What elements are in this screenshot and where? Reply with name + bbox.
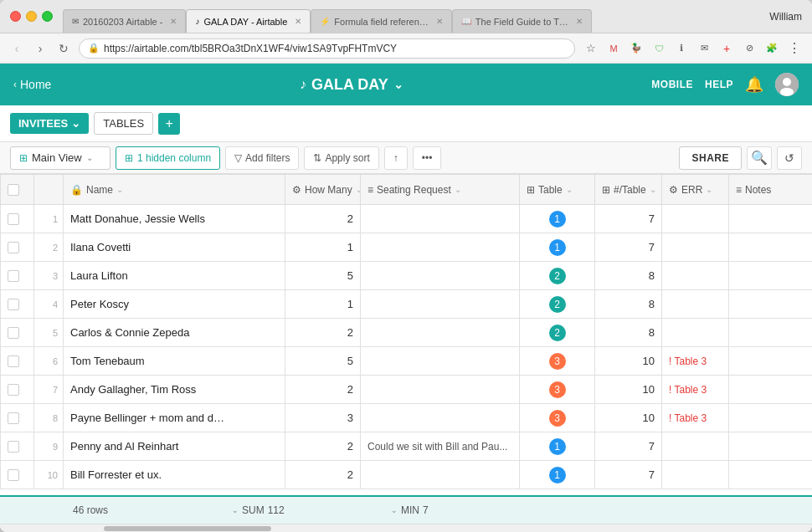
th-name[interactable]: 🔒 Name ⌄: [64, 175, 285, 205]
apply-sort-button[interactable]: ⇅ Apply sort: [304, 146, 378, 170]
tab-2-close[interactable]: ✕: [295, 17, 301, 26]
table-sort-icon[interactable]: ⌄: [566, 185, 573, 194]
table-row[interactable]: 7 Andy Gallagher, Tim Ross 2 3 10 ! Tabl…: [1, 376, 813, 404]
cell-name[interactable]: Laura Lifton: [64, 262, 285, 290]
tab-3[interactable]: ⚡ Formula field referen… ✕: [311, 9, 452, 33]
row-checkbox[interactable]: [8, 213, 19, 225]
cell-howmany[interactable]: 1: [285, 290, 361, 319]
cell-table[interactable]: 2: [520, 290, 595, 319]
cell-seating[interactable]: [361, 376, 520, 404]
maximize-button[interactable]: [42, 11, 53, 22]
cell-checkbox[interactable]: [1, 233, 34, 262]
more-options-button[interactable]: •••: [413, 146, 442, 170]
export-button[interactable]: ↑: [384, 146, 408, 170]
cell-hashtable[interactable]: 10: [595, 404, 662, 432]
cell-notes[interactable]: [729, 461, 813, 489]
tab-4[interactable]: 📖 The Field Guide to T… ✕: [452, 9, 592, 33]
gmail-icon[interactable]: M: [604, 39, 623, 58]
cell-checkbox[interactable]: [1, 262, 34, 290]
notification-bell-icon[interactable]: 🔔: [745, 75, 763, 94]
cell-notes[interactable]: [729, 205, 813, 233]
cell-name[interactable]: Carlos & Connie Zepeda: [64, 319, 285, 347]
table-row[interactable]: 2 Ilana Covetti 1 1 7: [1, 233, 813, 262]
th-hashtable[interactable]: ⊞ #/Table ⌄: [595, 175, 662, 205]
cell-hashtable[interactable]: 10: [595, 347, 662, 376]
table-scroll[interactable]: 🔒 Name ⌄ ⚙ How Many ⌄: [0, 174, 812, 495]
cell-seating[interactable]: [361, 205, 520, 233]
cell-notes[interactable]: [729, 347, 813, 376]
add-filters-button[interactable]: ▽ Add filters: [225, 146, 299, 170]
url-bar[interactable]: 🔒 https://airtable.com/tbl5BROa3tDnX1WF4…: [79, 38, 575, 59]
tab-1[interactable]: ✉ 20160203 Airtable - ✕: [63, 9, 186, 33]
cell-name[interactable]: Andy Gallagher, Tim Ross: [64, 376, 285, 404]
cell-checkbox[interactable]: [1, 432, 34, 461]
plus2-icon[interactable]: +: [717, 39, 736, 58]
cell-name[interactable]: Payne Bellinger + mom and d…: [64, 404, 285, 432]
cell-table[interactable]: 3: [520, 376, 595, 404]
row-checkbox[interactable]: [8, 299, 19, 310]
cell-hashtable[interactable]: 8: [595, 262, 662, 290]
tables-button[interactable]: TABLES: [94, 112, 153, 135]
cell-err[interactable]: ! Table 3: [662, 347, 729, 376]
cell-err[interactable]: ! Table 3: [662, 404, 729, 432]
cell-checkbox[interactable]: [1, 404, 34, 432]
cell-err[interactable]: [662, 290, 729, 319]
cell-howmany[interactable]: 2: [285, 432, 361, 461]
cell-err[interactable]: [662, 233, 729, 262]
cell-howmany[interactable]: 2: [285, 376, 361, 404]
row-checkbox[interactable]: [8, 469, 19, 481]
cell-hashtable[interactable]: 7: [595, 205, 662, 233]
table-row[interactable]: 8 Payne Bellinger + mom and d… 3 3 10 ! …: [1, 404, 813, 432]
cell-seating[interactable]: [361, 461, 520, 489]
th-err[interactable]: ⚙ ERR ⌄: [662, 175, 729, 205]
cell-err[interactable]: [662, 319, 729, 347]
cell-name[interactable]: Ilana Covetti: [64, 233, 285, 262]
row-checkbox[interactable]: [8, 441, 19, 453]
hashtable-sort-icon[interactable]: ⌄: [650, 185, 656, 194]
home-link[interactable]: ‹ Home: [13, 78, 51, 91]
cell-seating[interactable]: [361, 347, 520, 376]
cell-table[interactable]: 1: [520, 432, 595, 461]
ext-icon[interactable]: 🧩: [763, 39, 781, 58]
table-row[interactable]: 6 Tom Tenebaum 5 3 10 ! Table 3: [1, 347, 813, 376]
row-checkbox[interactable]: [8, 242, 19, 253]
cell-table[interactable]: 1: [520, 461, 595, 489]
cell-notes[interactable]: [729, 404, 813, 432]
cell-howmany[interactable]: 3: [285, 404, 361, 432]
tab-2[interactable]: ♪ GALA DAY - Airtable ✕: [186, 9, 311, 33]
cell-seating[interactable]: [361, 233, 520, 262]
row-checkbox[interactable]: [8, 327, 19, 339]
th-howmany[interactable]: ⚙ How Many ⌄: [285, 175, 361, 205]
table-row[interactable]: 9 Penny and Al Reinhart 2 Could we sit w…: [1, 432, 813, 461]
cell-name[interactable]: Tom Tenebaum: [64, 347, 285, 376]
cell-howmany[interactable]: 2: [285, 461, 361, 489]
select-all-checkbox[interactable]: [8, 184, 19, 196]
help-button[interactable]: HELP: [705, 79, 733, 90]
th-seating[interactable]: ≡ Seating Request ⌄: [361, 175, 520, 205]
cell-hashtable[interactable]: 7: [595, 432, 662, 461]
forward-button[interactable]: ›: [32, 40, 49, 57]
table-row[interactable]: 1 Matt Donahue, Jessie Wells 2 1 7: [1, 205, 813, 233]
mobile-button[interactable]: MOBILE: [651, 79, 693, 90]
search-button[interactable]: 🔍: [747, 146, 772, 170]
cell-table[interactable]: 2: [520, 319, 595, 347]
add-table-button[interactable]: +: [158, 113, 180, 135]
row-checkbox[interactable]: [8, 356, 19, 367]
cell-err[interactable]: [662, 461, 729, 489]
cell-table[interactable]: 1: [520, 205, 595, 233]
tab-1-close[interactable]: ✕: [170, 17, 177, 26]
cell-notes[interactable]: [729, 233, 813, 262]
cell-hashtable[interactable]: 10: [595, 376, 662, 404]
avatar[interactable]: [775, 73, 799, 96]
mail2-icon[interactable]: ✉: [695, 39, 713, 58]
cell-seating[interactable]: [361, 262, 520, 290]
app-title[interactable]: ♪ GALA DAY ⌄: [51, 76, 651, 94]
cell-hashtable[interactable]: 8: [595, 319, 662, 347]
table-row[interactable]: 5 Carlos & Connie Zepeda 2 2 8: [1, 319, 813, 347]
invitees-button[interactable]: INVITEES ⌄: [10, 113, 89, 134]
footer-min[interactable]: ⌄ MIN 7: [391, 504, 533, 516]
row-checkbox[interactable]: [8, 270, 19, 282]
block-icon[interactable]: ⊘: [740, 39, 758, 58]
th-table[interactable]: ⊞ Table ⌄: [520, 175, 595, 205]
cell-checkbox[interactable]: [1, 290, 34, 319]
